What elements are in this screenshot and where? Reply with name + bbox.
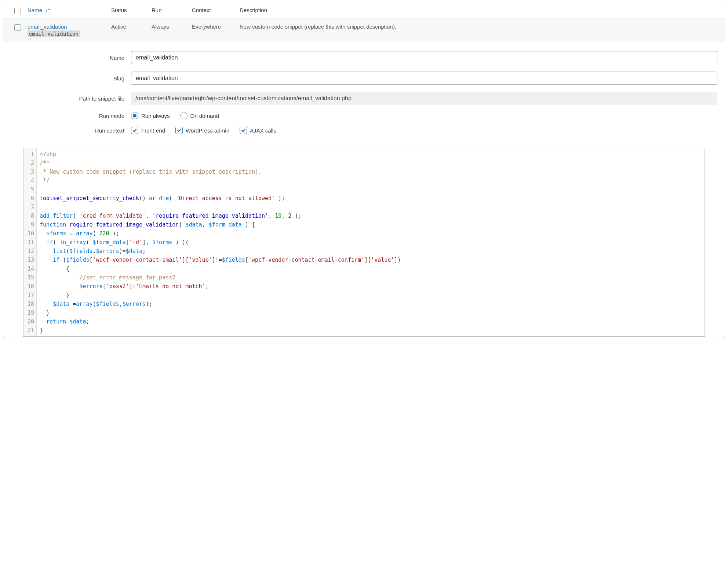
code-content[interactable]: <?php/** * New custom code snippet (repl… xyxy=(37,148,705,336)
slug-input[interactable] xyxy=(131,72,717,85)
row-context: Everywhere xyxy=(192,23,240,30)
column-header-run: Run xyxy=(152,7,192,13)
radio-label-always: Run always xyxy=(141,113,170,119)
checkbox-front-end[interactable]: Front-end xyxy=(131,127,165,134)
label-path: Path to snippet file xyxy=(11,95,124,102)
row-checkbox[interactable] xyxy=(14,24,21,31)
label-run-mode: Run mode xyxy=(11,113,124,119)
cb-label-front-end: Front-end xyxy=(141,127,165,134)
column-header-description: Description xyxy=(240,7,720,13)
radio-label-on-demand: On demand xyxy=(190,113,219,119)
label-run-context: Run context xyxy=(11,127,124,134)
checkbox-ajax[interactable]: AJAX calls xyxy=(240,127,276,134)
radio-run-always[interactable]: Run always xyxy=(131,112,170,119)
check-icon xyxy=(175,127,183,134)
name-input[interactable] xyxy=(131,51,717,64)
column-header-name[interactable]: Name xyxy=(28,7,42,13)
row-run: Always xyxy=(152,23,192,30)
label-slug: Slug xyxy=(11,75,124,82)
cb-label-ajax: AJAX calls xyxy=(250,127,276,134)
radio-on-demand[interactable]: On demand xyxy=(180,112,219,119)
column-header-status: Status xyxy=(111,7,152,13)
row-status: Active xyxy=(111,23,152,30)
label-name: Name xyxy=(11,55,124,61)
row-description: New custom code snippet (replace this wi… xyxy=(240,23,720,30)
check-icon xyxy=(131,127,138,134)
radio-icon xyxy=(131,112,138,119)
line-number-gutter: 123456789101112131415161718192021 xyxy=(23,148,37,336)
select-all-checkbox[interactable] xyxy=(14,8,21,14)
checkbox-wp-admin[interactable]: WordPress admin xyxy=(175,127,229,134)
cb-label-wp-admin: WordPress admin xyxy=(186,127,229,134)
snippet-form: Name Slug Path to snippet file /nas/cont… xyxy=(3,42,725,144)
code-editor[interactable]: 123456789101112131415161718192021 <?php/… xyxy=(23,148,705,337)
column-header-context: Context xyxy=(192,7,240,13)
snippet-title-link[interactable]: email_validation xyxy=(28,23,111,30)
snippet-slug-label: email_validation xyxy=(28,30,80,37)
table-row: email_validation email_validation Active… xyxy=(3,18,725,42)
sort-icon[interactable]: ↓▲ xyxy=(45,7,51,13)
table-header-row: Name ↓▲ Status Run Context Description xyxy=(3,3,725,18)
check-icon xyxy=(240,127,247,134)
path-readonly: /nas/content/live/paradegbr/wp-content/t… xyxy=(131,92,717,105)
radio-icon xyxy=(180,112,188,119)
